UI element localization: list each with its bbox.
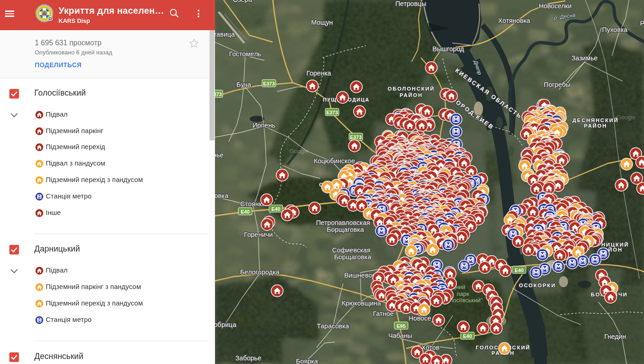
svg-text:тавица: тавица bbox=[215, 31, 235, 38]
svg-text:E40: E40 bbox=[515, 268, 524, 273]
svg-text:нье: нье bbox=[215, 151, 224, 159]
svg-text:Пуховка: Пуховка bbox=[602, 26, 628, 33]
svg-text:Зазимье: Зазимье bbox=[572, 54, 598, 62]
svg-text:Крюковщина: Крюковщина bbox=[342, 300, 381, 307]
svg-text:E373: E373 bbox=[350, 134, 362, 140]
svg-text:Гореничи: Гореничи bbox=[244, 231, 273, 238]
svg-text:Тарасовка: Тарасовка bbox=[317, 322, 349, 330]
svg-text:Ро: Ро bbox=[640, 20, 644, 27]
svg-text:E95: E95 bbox=[397, 323, 406, 329]
svg-text:Чабаны: Чабаны bbox=[388, 332, 412, 339]
svg-text:Ирпень: Ирпень bbox=[252, 122, 275, 129]
svg-text:Коцюбинское: Коцюбинское bbox=[314, 157, 355, 165]
svg-text:Петропавловская: Петропавловская bbox=[316, 219, 370, 226]
svg-text:Погребы: Погребы bbox=[544, 81, 570, 88]
svg-text:Хотяновка: Хотяновка bbox=[498, 17, 531, 24]
svg-text:Петровцы: Петровцы bbox=[395, 0, 426, 7]
svg-text:E373: E373 bbox=[263, 81, 275, 86]
svg-text:E40: E40 bbox=[271, 206, 280, 212]
svg-text:ОСОКОРКИ: ОСОКОРКИ bbox=[519, 283, 556, 288]
svg-text:Горенка: Горенка bbox=[306, 70, 332, 77]
svg-text:Борщаговка: Борщаговка bbox=[327, 226, 364, 233]
svg-text:Мощун: Мощун bbox=[311, 19, 333, 26]
svg-text:© 20: © 20 bbox=[464, 9, 475, 15]
svg-text:Боярка: Боярка bbox=[296, 358, 318, 364]
svg-text:РАЙОН: РАЙОН bbox=[584, 123, 607, 128]
svg-text:Вишневое: Вишневое bbox=[344, 272, 376, 279]
svg-text:Буча: Буча bbox=[236, 81, 252, 88]
svg-text:Белогородка: Белогородка bbox=[240, 268, 280, 276]
svg-text:Вышгород: Вышгород bbox=[432, 45, 464, 53]
svg-text:обрица: обрица bbox=[215, 321, 236, 328]
svg-text:E40: E40 bbox=[241, 209, 250, 214]
svg-text:E373: E373 bbox=[215, 91, 222, 97]
svg-text:E373: E373 bbox=[326, 110, 338, 115]
svg-text:РАЙОН: РАЙОН bbox=[400, 92, 423, 98]
svg-text:ДЕСНЯНСКИЙ: ДЕСНЯНСКИЙ bbox=[573, 118, 619, 123]
svg-text:Гнедин: Гнедин bbox=[604, 333, 626, 340]
svg-text:Гостомель: Гостомель bbox=[229, 50, 261, 58]
svg-text:Заборье: Заборье bbox=[236, 354, 262, 362]
svg-text:Озера: Озера bbox=[233, 0, 252, 3]
svg-text:Новоселки: Новоселки bbox=[539, 2, 572, 10]
svg-text:Софиевская: Софиевская bbox=[332, 246, 370, 254]
svg-text:Борщаговка: Борщаговка bbox=[334, 253, 371, 261]
svg-text:ОБОЛОНСКИЙ: ОБОЛОНСКИЙ bbox=[387, 86, 435, 91]
svg-text:овка: овка bbox=[215, 192, 229, 199]
svg-text:Google: Google bbox=[290, 148, 309, 155]
svg-text:Новосе: Новосе bbox=[408, 315, 431, 322]
svg-text:парк: парк bbox=[456, 290, 469, 297]
svg-text:Google: Google bbox=[617, 114, 636, 121]
